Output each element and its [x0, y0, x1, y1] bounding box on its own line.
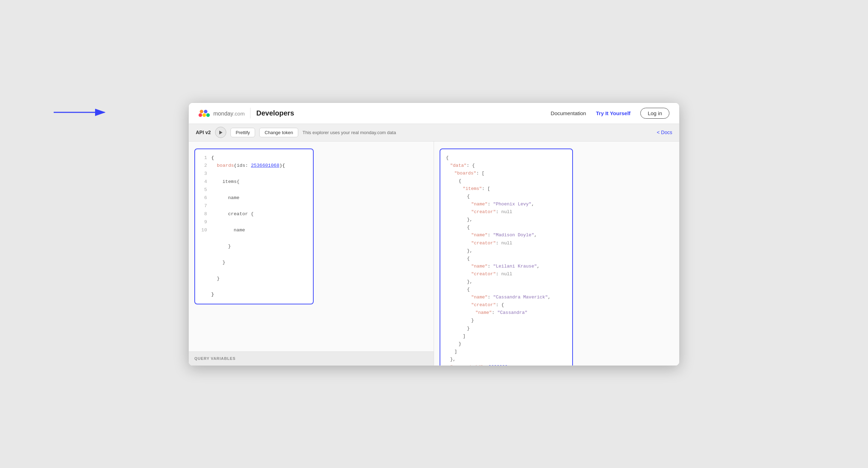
svg-point-0	[199, 113, 202, 117]
login-button[interactable]: Log in	[640, 108, 669, 119]
svg-point-2	[206, 113, 210, 117]
toolbar-hint: This explorer uses your real monday.com …	[302, 130, 396, 135]
nav-divider	[250, 108, 251, 118]
line-numbers: 1 2 3 4 5 6 7 8 9 10	[201, 154, 207, 299]
logo-suffix: .com	[233, 111, 245, 117]
docs-link[interactable]: < Docs	[657, 130, 672, 135]
result-code-block: { "data": { "boards": [ { "items": [ { "…	[440, 149, 573, 365]
try-it-yourself-link[interactable]: Try It Yourself	[596, 110, 630, 116]
result-area: { "data": { "boards": [ { "items": [ { "…	[434, 141, 679, 365]
documentation-link[interactable]: Documentation	[551, 110, 586, 116]
svg-point-4	[204, 110, 207, 113]
monday-logo-icon	[199, 108, 210, 118]
query-editor-panel: 1 2 3 4 5 6 7 8 9 10 { boards(ids: 25366…	[189, 141, 434, 365]
query-vars-bar: QUERY VARIABLES	[189, 351, 434, 365]
query-vars-label: QUERY VARIABLES	[194, 356, 236, 361]
query-code-block: 1 2 3 4 5 6 7 8 9 10 { boards(ids: 25366…	[194, 149, 314, 305]
play-icon	[219, 130, 223, 135]
result-panel: { "data": { "boards": [ { "items": [ { "…	[434, 141, 679, 365]
prettify-button[interactable]: Prettify	[231, 128, 255, 137]
app-window: monday.com Developers Documentation Try …	[188, 103, 680, 366]
svg-marker-5	[219, 131, 222, 134]
svg-point-3	[200, 110, 203, 113]
logo-text: monday.com	[213, 108, 245, 118]
main-area: 1 2 3 4 5 6 7 8 9 10 { boards(ids: 25366…	[189, 141, 679, 365]
svg-point-1	[202, 113, 206, 117]
result-json: { "data": { "boards": [ { "items": [ { "…	[446, 154, 567, 365]
nav-bar: monday.com Developers Documentation Try …	[189, 103, 679, 124]
toolbar: API v2 Prettify Change token This explor…	[189, 124, 679, 141]
play-button[interactable]	[215, 127, 226, 138]
logo-monday: monday	[213, 111, 233, 117]
api-version-label: API v2	[196, 130, 211, 135]
nav-links: Documentation Try It Yourself Log in	[551, 108, 669, 119]
change-token-button[interactable]: Change token	[259, 128, 298, 137]
nav-logo: monday.com	[199, 108, 245, 118]
editor-area[interactable]: 1 2 3 4 5 6 7 8 9 10 { boards(ids: 25366…	[189, 141, 434, 351]
nav-title: Developers	[256, 109, 294, 117]
query-code-content: { boards(ids: 2536601068){ items{ name c…	[211, 154, 307, 299]
